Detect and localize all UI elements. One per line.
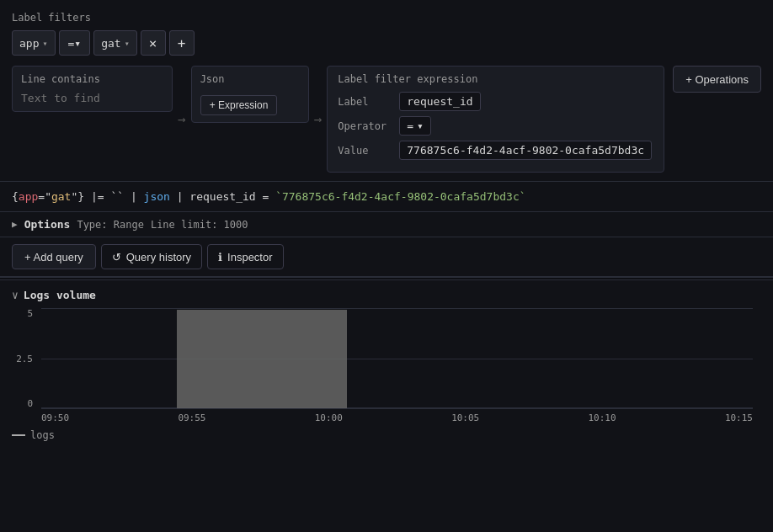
add-filter-button[interactable]: + xyxy=(169,30,195,56)
options-label: Options xyxy=(24,218,71,231)
query-history-icon: ↺ xyxy=(112,251,121,263)
filter-operator-select[interactable]: = ▾ xyxy=(59,30,91,56)
label-filter-expression-title: Label filter expression xyxy=(338,73,653,85)
grid-line-top xyxy=(41,308,753,309)
operator-field-label: Operator xyxy=(338,120,392,132)
x-label-1010: 10:10 xyxy=(589,412,616,423)
line-contains-title: Line contains xyxy=(21,73,163,85)
q-reqid-val: `776875c6-f4d2-4acf-9802-0cafa5d7bd3c` xyxy=(275,190,525,203)
json-block-title: Json xyxy=(200,73,300,85)
logs-volume-section: ∨ Logs volume 5 2.5 0 09:50 09:55 10:00 … xyxy=(0,280,773,441)
expression-button[interactable]: + Expression xyxy=(200,95,278,115)
x-label-1005: 10:05 xyxy=(451,412,479,423)
filter-op-chevron: ▾ xyxy=(74,37,81,50)
options-type: Type: Range xyxy=(77,219,143,231)
query-history-label: Query history xyxy=(126,251,191,263)
logs-volume-title: Logs volume xyxy=(24,289,96,301)
grid-line-mid xyxy=(41,359,753,359)
q-eq2: "} xyxy=(71,190,84,203)
filter-key-chevron: ▾ xyxy=(42,39,47,48)
add-query-button[interactable]: + Add query xyxy=(12,244,96,269)
q-eq1: =" xyxy=(38,190,51,203)
q-json-cmd: json xyxy=(144,190,170,203)
q-pipe3: | xyxy=(177,190,190,203)
q-eq3: = xyxy=(262,190,275,203)
chart-bar-main xyxy=(177,310,348,408)
query-history-button[interactable]: ↺ Query history xyxy=(101,244,202,269)
label-field-label: Label xyxy=(338,96,392,108)
line-contains-block: Line contains xyxy=(12,66,173,112)
filter-value-chevron: ▾ xyxy=(125,39,130,48)
inspector-label: Inspector xyxy=(227,251,272,263)
q-app-key: app xyxy=(19,190,38,203)
operator-chevron-icon: ▾ xyxy=(417,120,424,132)
logs-volume-chevron-icon[interactable]: ∨ xyxy=(12,289,19,301)
filter-key-select[interactable]: app ▾ xyxy=(12,30,56,56)
q-app-val: gat xyxy=(51,190,71,203)
q-tick: `` xyxy=(110,190,124,203)
legend-dash-icon xyxy=(12,434,25,436)
y-label-2-5: 2.5 xyxy=(12,354,33,364)
chart-area xyxy=(41,308,753,409)
label-filter-expression-block: Label filter expression Label request_id… xyxy=(327,66,664,173)
label-filters-title: Label filters xyxy=(12,12,761,24)
q-reqid-key: request_id xyxy=(189,190,255,203)
inspector-button[interactable]: ℹ Inspector xyxy=(207,244,283,269)
bottom-toolbar: + Add query ↺ Query history ℹ Inspector xyxy=(0,237,773,277)
options-row: ▶ Options Type: Range Line limit: 1000 xyxy=(0,212,773,237)
x-label-0950: 09:50 xyxy=(41,412,69,423)
grid-line-bottom xyxy=(41,407,753,408)
x-label-1015: 10:15 xyxy=(725,412,753,423)
x-label-0955: 09:55 xyxy=(178,412,205,423)
chart-y-labels: 5 2.5 0 xyxy=(12,308,37,409)
clear-filter-button[interactable]: × xyxy=(141,30,166,56)
q-brace-open: { xyxy=(12,190,19,203)
q-pipe1: |= xyxy=(91,190,110,203)
text-to-find-input[interactable] xyxy=(21,92,163,104)
arrow-2: → xyxy=(309,111,328,127)
value-input[interactable]: 776875c6-f4d2-4acf-9802-0cafa5d7bd3c xyxy=(399,141,652,160)
arrow-1: → xyxy=(173,111,191,127)
filter-value-select[interactable]: gat ▾ xyxy=(93,30,137,56)
json-block: Json + Expression xyxy=(191,66,309,123)
y-label-0: 0 xyxy=(12,398,33,409)
operations-button[interactable]: + Operations xyxy=(673,66,761,93)
x-label-1000: 10:00 xyxy=(315,412,343,423)
operator-select[interactable]: = ▾ xyxy=(399,116,431,136)
options-chevron-icon[interactable]: ▶ xyxy=(12,219,18,230)
chart-x-labels: 09:50 09:55 10:00 10:05 10:10 10:15 xyxy=(41,409,753,423)
chart-legend: logs xyxy=(12,429,761,441)
query-expression-bar: {app="gat"} |= `` | json | request_id = … xyxy=(0,182,773,212)
y-label-5: 5 xyxy=(12,308,33,319)
legend-logs-label: logs xyxy=(30,429,55,441)
q-pipe2: | xyxy=(131,190,144,203)
chart-container: 5 2.5 0 09:50 09:55 10:00 10:05 10:10 10… xyxy=(12,308,761,426)
value-field-label: Value xyxy=(338,145,392,157)
inspector-icon: ℹ xyxy=(218,251,222,263)
label-value-input[interactable]: request_id xyxy=(399,92,480,111)
options-line-limit: Line limit: 1000 xyxy=(151,219,248,231)
